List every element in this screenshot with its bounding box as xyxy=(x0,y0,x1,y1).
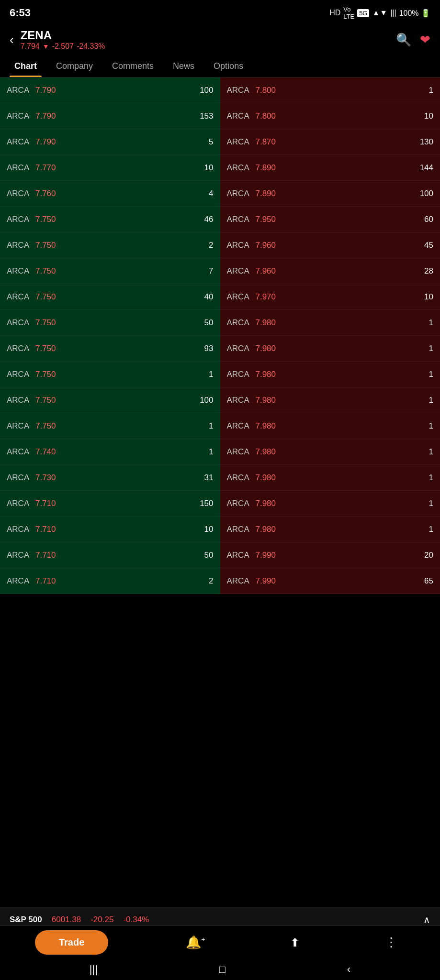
trade-button[interactable]: Trade xyxy=(35,930,108,955)
ask-row[interactable]: ARCA 7.970 10 xyxy=(220,284,440,310)
ask-left: ARCA 7.980 xyxy=(227,344,276,353)
ask-price: 7.980 xyxy=(253,370,276,379)
ask-left: ARCA 7.800 xyxy=(227,86,276,95)
bid-qty: 7 xyxy=(209,266,213,276)
bid-row[interactable]: ARCA 7.790 153 xyxy=(0,103,220,129)
bid-row[interactable]: ARCA 7.770 10 xyxy=(0,155,220,181)
ask-left: ARCA 7.870 xyxy=(227,137,276,147)
bid-left: ARCA 7.790 xyxy=(7,111,56,121)
bid-row[interactable]: ARCA 7.750 1 xyxy=(0,362,220,387)
ask-row[interactable]: ARCA 7.800 10 xyxy=(220,103,440,129)
order-book-wrapper: ARCA 7.790 100 ARCA 7.790 153 ARCA 7.790… xyxy=(0,77,440,594)
ask-row[interactable]: ARCA 7.870 130 xyxy=(220,129,440,155)
bid-left: ARCA 7.710 xyxy=(7,551,56,560)
ask-row[interactable]: ARCA 7.990 20 xyxy=(220,542,440,568)
bid-row[interactable]: ARCA 7.750 7 xyxy=(0,258,220,284)
android-back-button[interactable]: ‹ xyxy=(347,963,350,976)
bid-qty: 150 xyxy=(200,499,213,508)
bid-exchange: ARCA xyxy=(7,86,29,95)
bid-left: ARCA 7.750 xyxy=(7,396,56,405)
bid-left: ARCA 7.740 xyxy=(7,447,56,457)
bid-row[interactable]: ARCA 7.730 31 xyxy=(0,465,220,491)
bid-row[interactable]: ARCA 7.790 5 xyxy=(0,129,220,155)
ask-row[interactable]: ARCA 7.980 1 xyxy=(220,517,440,542)
bid-row[interactable]: ARCA 7.750 46 xyxy=(0,207,220,232)
app-header: ‹ ZENA 7.794 ▼ -2.507 -24.33% 🔍 ❤ xyxy=(0,24,440,55)
recents-button[interactable]: ||| xyxy=(90,963,98,976)
bid-price: 7.710 xyxy=(33,525,56,534)
ask-qty: 1 xyxy=(429,318,433,328)
ask-qty: 60 xyxy=(424,215,433,224)
tab-chart[interactable]: Chart xyxy=(5,55,46,77)
ask-row[interactable]: ARCA 7.980 1 xyxy=(220,336,440,362)
ask-row[interactable]: ARCA 7.890 144 xyxy=(220,155,440,181)
bid-row[interactable]: ARCA 7.750 93 xyxy=(0,336,220,362)
ask-row[interactable]: ARCA 7.980 1 xyxy=(220,387,440,413)
bid-exchange: ARCA xyxy=(7,163,29,173)
ask-qty: 1 xyxy=(429,499,433,508)
header-right: 🔍 ❤ xyxy=(396,33,430,47)
bid-row[interactable]: ARCA 7.740 1 xyxy=(0,439,220,465)
bid-left: ARCA 7.790 xyxy=(7,86,56,95)
ask-price: 7.870 xyxy=(253,137,276,147)
ask-row[interactable]: ARCA 7.980 1 xyxy=(220,491,440,517)
ask-left: ARCA 7.990 xyxy=(227,576,276,586)
ask-row[interactable]: ARCA 7.980 1 xyxy=(220,465,440,491)
bid-row[interactable]: ARCA 7.710 50 xyxy=(0,542,220,568)
tab-options[interactable]: Options xyxy=(204,55,253,77)
ask-row[interactable]: ARCA 7.800 1 xyxy=(220,77,440,103)
bid-left: ARCA 7.750 xyxy=(7,215,56,224)
ask-price: 7.980 xyxy=(253,525,276,534)
bid-row[interactable]: ARCA 7.760 4 xyxy=(0,181,220,207)
bid-row[interactable]: ARCA 7.750 2 xyxy=(0,232,220,258)
bid-left: ARCA 7.750 xyxy=(7,266,56,276)
bid-exchange: ARCA xyxy=(7,189,29,198)
chevron-up-icon[interactable]: ∧ xyxy=(423,914,430,925)
battery-icon: 100% 🔋 xyxy=(399,9,430,18)
ask-row[interactable]: ARCA 7.980 1 xyxy=(220,413,440,439)
bid-left: ARCA 7.790 xyxy=(7,137,56,147)
share-button[interactable]: ⬆ xyxy=(282,933,307,952)
ask-row[interactable]: ARCA 7.960 45 xyxy=(220,232,440,258)
order-book: ARCA 7.790 100 ARCA 7.790 153 ARCA 7.790… xyxy=(0,77,440,594)
ask-price: 7.980 xyxy=(253,344,276,353)
bid-row[interactable]: ARCA 7.750 40 xyxy=(0,284,220,310)
bid-exchange: ARCA xyxy=(7,525,29,534)
more-menu-button[interactable]: ⋮ xyxy=(377,933,405,952)
bid-row[interactable]: ARCA 7.710 150 xyxy=(0,491,220,517)
ask-row[interactable]: ARCA 7.980 1 xyxy=(220,362,440,387)
ask-row[interactable]: ARCA 7.960 28 xyxy=(220,258,440,284)
ask-left: ARCA 7.980 xyxy=(227,499,276,508)
status-time: 6:53 xyxy=(10,7,31,19)
bid-exchange: ARCA xyxy=(7,421,29,431)
tab-comments[interactable]: Comments xyxy=(102,55,163,77)
status-bar: 6:53 HD VoLTE 5G ▲▼ ||| 100% 🔋 xyxy=(0,0,440,24)
home-button[interactable]: □ xyxy=(219,963,226,976)
ask-row[interactable]: ARCA 7.980 1 xyxy=(220,310,440,336)
bid-row[interactable]: ARCA 7.750 1 xyxy=(0,413,220,439)
ask-row[interactable]: ARCA 7.890 100 xyxy=(220,181,440,207)
bid-qty: 1 xyxy=(209,370,213,379)
ask-row[interactable]: ARCA 7.980 1 xyxy=(220,439,440,465)
bid-qty: 2 xyxy=(209,241,213,250)
bid-row[interactable]: ARCA 7.710 10 xyxy=(0,517,220,542)
bid-exchange: ARCA xyxy=(7,266,29,276)
bid-row[interactable]: ARCA 7.750 100 xyxy=(0,387,220,413)
bid-qty: 40 xyxy=(204,292,214,302)
bid-row[interactable]: ARCA 7.750 50 xyxy=(0,310,220,336)
tab-news[interactable]: News xyxy=(163,55,204,77)
bid-row[interactable]: ARCA 7.790 100 xyxy=(0,77,220,103)
tab-company[interactable]: Company xyxy=(46,55,102,77)
bid-row[interactable]: ARCA 7.710 2 xyxy=(0,568,220,594)
bid-left: ARCA 7.750 xyxy=(7,421,56,431)
bid-left: ARCA 7.750 xyxy=(7,344,56,353)
favorite-icon[interactable]: ❤ xyxy=(420,33,430,47)
ask-row[interactable]: ARCA 7.950 60 xyxy=(220,207,440,232)
back-button[interactable]: ‹ xyxy=(10,33,14,47)
search-icon[interactable]: 🔍 xyxy=(396,33,411,47)
ask-left: ARCA 7.980 xyxy=(227,318,276,328)
ask-price: 7.980 xyxy=(253,318,276,328)
ask-left: ARCA 7.980 xyxy=(227,525,276,534)
alert-button[interactable]: 🔔+ xyxy=(178,933,213,952)
ask-row[interactable]: ARCA 7.990 65 xyxy=(220,568,440,594)
